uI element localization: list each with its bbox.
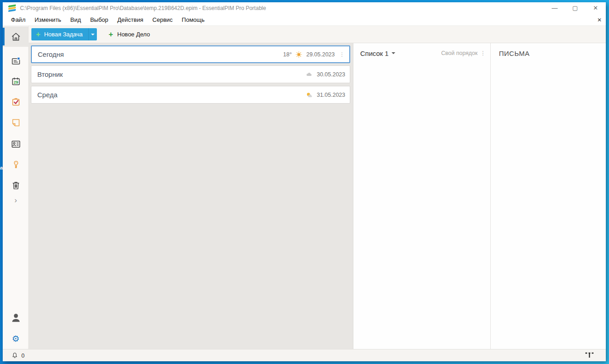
sidebar-item-tasks[interactable] bbox=[3, 91, 29, 112]
home-icon bbox=[10, 31, 21, 42]
passwords-icon bbox=[10, 159, 21, 170]
toolbar: + Новая Задача + Новое Дело bbox=[29, 26, 606, 43]
svg-text:29: 29 bbox=[13, 80, 18, 85]
cloudy-weather-icon bbox=[305, 71, 313, 78]
plus-icon: + bbox=[36, 30, 40, 39]
menu-tools[interactable]: Сервис bbox=[148, 15, 177, 25]
close-button[interactable]: ✕ bbox=[585, 2, 606, 15]
panel-close-icon[interactable]: ✕ bbox=[597, 15, 602, 25]
sidebar-item-today[interactable] bbox=[3, 26, 29, 47]
content-panels: Сегодня 18° 29.05.2023 ⋮ bbox=[29, 43, 606, 349]
day-date: 29.05.2023 bbox=[306, 51, 335, 58]
desktop: { "window": { "title": "C:\\Program File… bbox=[0, 0, 609, 364]
expand-chevron-icon: › bbox=[15, 196, 17, 204]
partly-cloudy-weather-icon bbox=[305, 91, 313, 99]
tasks-icon bbox=[10, 96, 21, 107]
sidebar-settings-button[interactable]: ⚙ bbox=[3, 330, 29, 347]
trash-icon bbox=[10, 180, 21, 191]
sidebar-item-notes[interactable] bbox=[3, 50, 29, 71]
day-title: Вторник bbox=[37, 70, 305, 78]
essentialpim-logo-icon bbox=[8, 5, 17, 12]
calendar-icon: 29 bbox=[10, 76, 21, 87]
user-icon bbox=[10, 312, 22, 324]
list-panel: Список 1 Свой порядок ⋮ bbox=[354, 43, 491, 349]
list-panel-header: Список 1 Свой порядок ⋮ bbox=[354, 43, 490, 63]
mail-panel-title: ПИСЬМА bbox=[499, 50, 529, 57]
day-title: Среда bbox=[37, 91, 305, 99]
sidebar-item-passwords[interactable] bbox=[3, 154, 29, 175]
menu-edit[interactable]: Изменить bbox=[30, 15, 66, 25]
sticky-notes-icon bbox=[10, 117, 21, 128]
maximize-button[interactable]: ▢ bbox=[565, 2, 585, 15]
notifications-button[interactable]: 0 bbox=[11, 349, 25, 362]
sidebar-item-contacts[interactable] bbox=[3, 134, 29, 154]
sort-order-button[interactable]: Свой порядок ⋮ bbox=[441, 50, 486, 56]
chevron-down-icon[interactable] bbox=[392, 52, 395, 54]
menu-help[interactable]: Помощь bbox=[177, 15, 209, 25]
notes-icon bbox=[10, 55, 21, 66]
new-task-label: Новая Задача bbox=[44, 31, 83, 38]
day-card-wednesday[interactable]: Среда 31.05.2023 bbox=[31, 86, 350, 104]
app-window: C:\Program Files (x86)\EssentialPIM Pro\… bbox=[3, 2, 606, 361]
sunny-weather-icon bbox=[295, 51, 302, 58]
mail-panel: ПИСЬМА bbox=[491, 43, 606, 349]
notification-count: 0 bbox=[21, 353, 25, 359]
card-menu-icon[interactable]: ⋮ bbox=[339, 51, 345, 58]
sidebar-expand-button[interactable]: › bbox=[3, 192, 29, 208]
day-card-today[interactable]: Сегодня 18° 29.05.2023 ⋮ bbox=[31, 45, 350, 63]
chevron-down-icon bbox=[91, 34, 95, 35]
list-selector[interactable]: Список 1 bbox=[360, 50, 388, 57]
new-item-label: Новое Дело bbox=[117, 31, 150, 38]
window-title: C:\Program Files (x86)\EssentialPIM Pro\… bbox=[20, 2, 266, 15]
menu-file[interactable]: Файл bbox=[6, 15, 30, 25]
contacts-icon bbox=[10, 139, 21, 150]
sidebar-item-sticky-notes[interactable] bbox=[3, 112, 29, 133]
sort-order-label: Свой порядок bbox=[441, 50, 478, 56]
resize-grip-icon[interactable] bbox=[585, 352, 594, 360]
day-date: 30.05.2023 bbox=[317, 71, 345, 78]
new-task-dropdown-button[interactable] bbox=[88, 28, 97, 40]
day-title: Сегодня bbox=[38, 50, 283, 58]
menu-bar: Файл Изменить Вид Выбор Действия Сервис … bbox=[3, 15, 606, 26]
minimize-button[interactable]: — bbox=[544, 2, 565, 15]
menu-actions[interactable]: Действия bbox=[113, 15, 148, 25]
status-bar: 0 bbox=[3, 349, 606, 361]
menu-select[interactable]: Выбор bbox=[86, 15, 113, 25]
menu-view[interactable]: Вид bbox=[66, 15, 86, 25]
window-controls: — ▢ ✕ bbox=[544, 2, 606, 15]
day-card-tuesday[interactable]: Вторник 30.05.2023 bbox=[31, 65, 350, 83]
title-bar: C:\Program Files (x86)\EssentialPIM Pro\… bbox=[3, 2, 606, 15]
temperature: 18° bbox=[283, 51, 292, 58]
settings-gear-icon: ⚙ bbox=[12, 334, 20, 343]
sidebar-user-button[interactable] bbox=[3, 307, 29, 328]
sidebar-item-calendar[interactable]: 29 bbox=[3, 71, 29, 91]
sidebar: 29 bbox=[3, 26, 29, 349]
new-item-button[interactable]: + Новое Дело bbox=[104, 28, 155, 40]
new-task-button[interactable]: + Новая Задача bbox=[31, 28, 88, 40]
kebab-menu-icon: ⋮ bbox=[480, 50, 486, 56]
tasks-panel: Сегодня 18° 29.05.2023 ⋮ bbox=[29, 43, 353, 349]
day-date: 31.05.2023 bbox=[317, 92, 345, 98]
plus-icon: + bbox=[109, 30, 113, 39]
bell-icon bbox=[11, 352, 19, 359]
new-task-button-group: + Новая Задача bbox=[31, 28, 97, 40]
